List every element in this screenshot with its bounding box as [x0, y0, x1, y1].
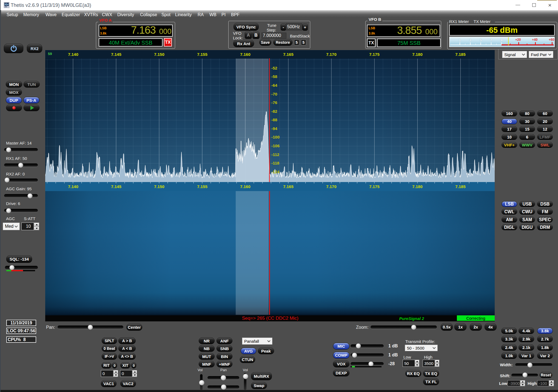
svg-text:7.165: 7.165 — [283, 184, 294, 189]
svg-text:7.175: 7.175 — [369, 184, 380, 189]
svg-text:7.155: 7.155 — [197, 52, 207, 57]
svg-text:-112: -112 — [271, 152, 279, 157]
svg-text:-118: -118 — [271, 161, 279, 165]
svg-text:7.185: 7.185 — [455, 184, 466, 189]
svg-text:7.160: 7.160 — [240, 52, 250, 57]
svg-text:7.180: 7.180 — [412, 52, 423, 57]
svg-text:-52: -52 — [271, 66, 277, 70]
svg-text:-100: -100 — [271, 135, 280, 139]
svg-text:-94: -94 — [271, 126, 277, 131]
svg-text:7.155: 7.155 — [197, 184, 207, 189]
svg-text:7.170: 7.170 — [326, 184, 337, 189]
svg-text:7.150: 7.150 — [154, 52, 164, 57]
svg-text:7.150: 7.150 — [154, 184, 164, 189]
svg-text:-64: -64 — [271, 83, 277, 88]
svg-text:7.140: 7.140 — [68, 52, 78, 57]
svg-text:7.165: 7.165 — [283, 52, 294, 57]
svg-text:-58: -58 — [271, 74, 277, 79]
svg-text:-88: -88 — [271, 117, 277, 122]
svg-text:7.145: 7.145 — [111, 52, 121, 57]
svg-text:59: 59 — [48, 52, 52, 56]
svg-text:7.180: 7.180 — [412, 184, 423, 189]
svg-text:7.185: 7.185 — [455, 52, 466, 57]
svg-text:-70: -70 — [271, 92, 277, 96]
svg-text:-106: -106 — [271, 143, 280, 148]
svg-text:-124: -124 — [271, 169, 280, 174]
svg-text:7.175: 7.175 — [369, 52, 380, 57]
svg-text:-76: -76 — [271, 100, 277, 105]
svg-text:7.170: 7.170 — [326, 52, 337, 57]
svg-text:7.160: 7.160 — [240, 184, 250, 189]
svg-text:7.140: 7.140 — [68, 184, 78, 189]
svg-text:7.145: 7.145 — [111, 184, 121, 189]
svg-text:-82: -82 — [271, 109, 277, 114]
